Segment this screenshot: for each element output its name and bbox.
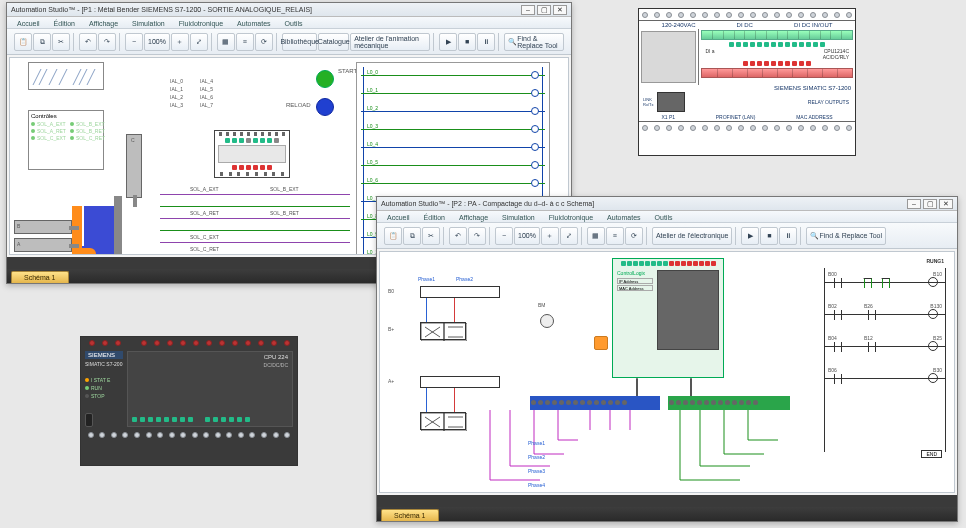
align-button[interactable]: ≡ — [606, 227, 624, 245]
document-tabstrip: Schéma 1 — [377, 507, 957, 521]
cylinder-c: C — [126, 134, 142, 198]
zoom-fit-button[interactable]: ⤢ — [190, 33, 208, 51]
top-labels: 120-240VAC DI DC DI DC IN/OUT — [639, 21, 855, 29]
led-sol-b-ret: SOL_B_RET — [70, 128, 105, 134]
titlebar[interactable]: Automation Studio™ - [P1 : Métal Bender … — [7, 3, 571, 17]
controllogix-rack[interactable]: ControlLogix IP Address MAC Address — [612, 258, 724, 378]
find-replace-button[interactable]: 🔍 Find & Replace Tool — [806, 227, 886, 245]
stop-button[interactable]: ■ — [760, 227, 778, 245]
rung-row: B04 B12 B25 — [824, 342, 946, 352]
close-button[interactable]: ✕ — [553, 5, 567, 15]
cylinder-phase1 — [420, 286, 500, 298]
rung-row: B02 B26 B130 — [824, 310, 946, 320]
controls-panel: Contrôles SOL_A_EXT SOL_B_EXT SOL_A_RET … — [28, 110, 104, 170]
rung-row: B00 B10 — [824, 278, 946, 288]
cpu-slot — [639, 29, 699, 85]
tab-view[interactable]: Affichage — [85, 19, 122, 28]
cut-button[interactable]: ✂ — [422, 227, 440, 245]
zoom-in-button[interactable]: ＋ — [171, 33, 189, 51]
ladder-editor[interactable]: RUNG1 B00 B10 B02 B26 B130 — [822, 262, 948, 462]
automation-studio-window-2: Automation Studio™ - [P2 : PA - Compacta… — [376, 196, 958, 522]
ribbon-group-clipboard: 📋 ⧉ ✂ — [11, 33, 74, 51]
zoom-out-button[interactable]: − — [495, 227, 513, 245]
maximize-button[interactable]: ▢ — [537, 5, 551, 15]
pause-button[interactable]: ⏸ — [779, 227, 797, 245]
tab-edit[interactable]: Édition — [50, 19, 79, 28]
electronics-workshop-button[interactable]: Atelier de l'électronique — [652, 227, 733, 245]
close-button[interactable]: ✕ — [939, 199, 953, 209]
e-stop-button[interactable] — [594, 336, 608, 350]
dq-led-row — [699, 60, 855, 67]
zoom-level[interactable]: 100% — [514, 227, 540, 245]
mode-label: DC/DC/DC — [264, 362, 288, 368]
rotate-button[interactable]: ⟳ — [625, 227, 643, 245]
cpu-label: CPU 224 — [264, 354, 288, 360]
tab-home[interactable]: Accueil — [383, 213, 414, 222]
led-sol-c-ret: SOL_C_RET — [70, 135, 105, 141]
cut-button[interactable]: ✂ — [52, 33, 70, 51]
mac-field[interactable]: MAC Address — [617, 285, 653, 291]
ladder-end: END — [921, 450, 942, 458]
maximize-button[interactable]: ▢ — [923, 199, 937, 209]
run-button[interactable]: ▶ — [439, 33, 457, 51]
cylinder-b: B — [14, 220, 72, 234]
library-button[interactable]: Bibliothèque — [282, 33, 318, 51]
stop-button[interactable]: ■ — [458, 33, 476, 51]
grid-button[interactable]: ▦ — [587, 227, 605, 245]
tab-home[interactable]: Accueil — [13, 19, 44, 28]
tab-edit[interactable]: Édition — [420, 213, 449, 222]
redo-button[interactable]: ↷ — [98, 33, 116, 51]
tab-view[interactable]: Affichage — [455, 213, 492, 222]
tab-sim[interactable]: Simulation — [128, 19, 169, 28]
controls-title: Contrôles — [31, 113, 101, 119]
zoom-fit-button[interactable]: ⤢ — [560, 227, 578, 245]
reload-button[interactable]: RELOAD — [316, 98, 334, 116]
status-led-run: RUN — [85, 385, 123, 391]
document-tab[interactable]: Schéma 1 — [11, 271, 69, 283]
paste-button[interactable]: 📋 — [14, 33, 32, 51]
connector-icon — [29, 63, 105, 91]
run-button[interactable]: ▶ — [741, 227, 759, 245]
ip-field[interactable]: IP Address — [617, 278, 653, 284]
tab-plc[interactable]: Automates — [603, 213, 644, 222]
minimize-button[interactable]: – — [521, 5, 535, 15]
tab-fluid[interactable]: Fluidotronique — [545, 213, 597, 222]
diagram-canvas[interactable]: Phase1 Phase2 B+ B0 A+ BM Control — [379, 251, 955, 493]
ribbon-tabs: Accueil Édition Affichage Simulation Flu… — [377, 211, 957, 223]
mechanical-fixture: A B C — [14, 176, 164, 255]
mini-plc-1200[interactable] — [214, 130, 290, 178]
pause-button[interactable]: ⏸ — [477, 33, 495, 51]
valve-1 — [420, 322, 466, 340]
zoom-level[interactable]: 100% — [144, 33, 170, 51]
rack-input-leds — [613, 259, 723, 268]
di-terminal-strip — [701, 30, 853, 40]
undo-button[interactable]: ↶ — [449, 227, 467, 245]
undo-button[interactable]: ↶ — [79, 33, 97, 51]
catalog-button[interactable]: Catalogue — [318, 33, 349, 51]
titlebar[interactable]: Automation Studio™ - [P2 : PA - Compacta… — [377, 197, 957, 211]
zoom-in-button[interactable]: ＋ — [541, 227, 559, 245]
status-led-stop: STOP — [85, 393, 123, 399]
tab-plc[interactable]: Automates — [233, 19, 274, 28]
tab-sim[interactable]: Simulation — [498, 213, 539, 222]
copy-button[interactable]: ⧉ — [33, 33, 51, 51]
tab-fluid[interactable]: Fluidotronique — [175, 19, 227, 28]
grid-button[interactable]: ▦ — [217, 33, 235, 51]
rack-brand-label: ControlLogix — [617, 270, 653, 276]
programming-port-icon — [85, 413, 93, 427]
di-label: DI a — [703, 48, 716, 60]
tab-tools[interactable]: Outils — [281, 19, 307, 28]
copy-button[interactable]: ⧉ — [403, 227, 421, 245]
plc-s7-200: SIEMENS SIMATIC S7-200 I STAT E RUN STOP… — [80, 336, 298, 466]
minimize-button[interactable]: – — [907, 199, 921, 209]
align-button[interactable]: ≡ — [236, 33, 254, 51]
find-replace-button[interactable]: 🔍 Find & Replace Tool — [504, 33, 564, 51]
tab-tools[interactable]: Outils — [651, 213, 677, 222]
zoom-out-button[interactable]: − — [125, 33, 143, 51]
mechanical-animation-button[interactable]: Atelier de l'animation mécanique — [350, 33, 430, 51]
rotate-button[interactable]: ⟳ — [255, 33, 273, 51]
start-button[interactable]: START — [316, 70, 334, 88]
redo-button[interactable]: ↷ — [468, 227, 486, 245]
document-tab[interactable]: Schéma 1 — [381, 509, 439, 521]
paste-button[interactable]: 📋 — [384, 227, 402, 245]
